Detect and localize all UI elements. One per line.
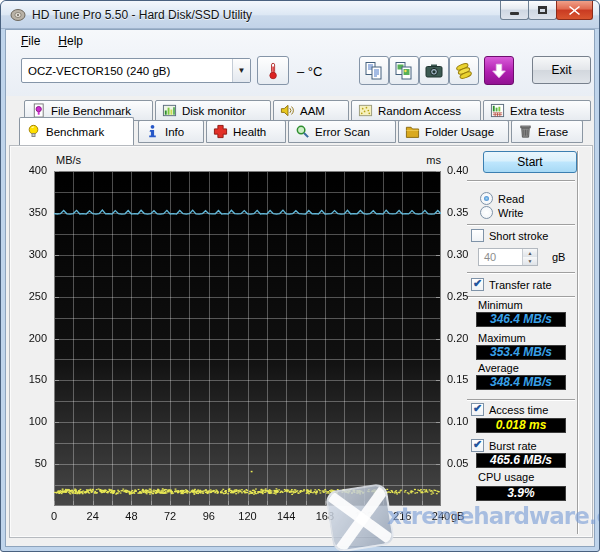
watermark-text: xtremehardware.com <box>387 503 600 529</box>
tab-extra-tests[interactable]: Extra tests <box>483 100 591 121</box>
thermometer-icon <box>264 61 282 81</box>
short-stroke-checkbox[interactable] <box>471 229 484 242</box>
magnifier-icon <box>295 124 310 139</box>
start-button[interactable]: Start <box>483 151 577 173</box>
tab-label: Health <box>233 126 266 138</box>
tab-label: Extra tests <box>510 105 564 117</box>
maximum-label: Maximum <box>478 332 526 344</box>
tab-disk-monitor[interactable]: Disk monitor <box>155 100 271 121</box>
spin-down-icon[interactable]: ▼ <box>523 257 537 265</box>
separator <box>467 224 575 226</box>
export-down-icon <box>490 62 508 80</box>
maximize-icon <box>538 6 547 14</box>
spin-up-icon[interactable]: ▲ <box>523 249 537 257</box>
access-time-checkbox[interactable] <box>471 403 484 416</box>
tab-folder-usage[interactable]: Folder Usage <box>398 120 509 143</box>
tab-label: Benchmark <box>46 126 104 138</box>
access-time-value: 0.018 ms <box>476 418 566 433</box>
menu-bar: File Help <box>6 30 92 51</box>
menu-file[interactable]: File <box>12 31 49 51</box>
benchmark-chart-canvas <box>54 171 441 506</box>
minimize-icon <box>510 12 519 15</box>
watermark-logo <box>325 483 396 552</box>
write-label: Write <box>498 207 523 219</box>
camera-icon <box>424 61 444 81</box>
separator <box>467 180 575 182</box>
trash-icon <box>518 124 533 139</box>
cpu-usage-value: 3.9% <box>476 486 566 501</box>
access-time-label: Access time <box>489 404 548 416</box>
tab-label: Folder Usage <box>425 126 494 138</box>
read-radio[interactable] <box>480 192 493 205</box>
minimum-label: Minimum <box>478 299 523 311</box>
drive-select[interactable]: OCZ-VECTOR150 (240 gB) ▼ <box>21 58 251 83</box>
temperature-button[interactable] <box>257 56 289 85</box>
minimize-button[interactable] <box>500 1 529 20</box>
file-benchmark-icon <box>31 103 46 118</box>
exit-button[interactable]: Exit <box>532 56 591 84</box>
tab-label: Erase <box>538 126 568 138</box>
tab-health[interactable]: Health <box>206 120 286 143</box>
temperature-unit: °C <box>308 64 323 79</box>
short-stroke-stepper[interactable]: 40 ▲ ▼ <box>478 248 538 266</box>
write-radio[interactable] <box>480 206 493 219</box>
burst-rate-checkbox[interactable] <box>471 439 484 452</box>
short-stroke-unit: gB <box>552 251 565 263</box>
watermark-x-icon <box>335 484 390 552</box>
copy-text-button[interactable] <box>359 56 389 85</box>
tab-erase[interactable]: Erase <box>511 120 583 143</box>
transfer-rate-checkbox[interactable] <box>471 278 484 291</box>
disk-monitor-icon <box>162 103 177 118</box>
folder-icon <box>405 124 420 139</box>
tab-benchmark[interactable]: Benchmark <box>19 117 134 145</box>
minimum-value: 346.4 MB/s <box>476 312 566 327</box>
save-results-button[interactable] <box>449 56 479 85</box>
separator <box>467 296 575 298</box>
separator <box>467 399 575 401</box>
tab-label: File Benchmark <box>51 105 131 117</box>
transfer-rate-label: Transfer rate <box>489 279 552 291</box>
copy-image-icon <box>394 61 414 81</box>
close-button[interactable] <box>556 1 593 20</box>
tab-label: Info <box>165 126 184 138</box>
tab-label: Disk monitor <box>182 105 246 117</box>
copy-image-button[interactable] <box>389 56 419 85</box>
maximize-button[interactable] <box>528 1 557 20</box>
extra-tests-icon <box>490 103 505 118</box>
y-left-axis-unit: MB/s <box>56 154 81 166</box>
tab-aam[interactable]: AAM <box>273 100 349 121</box>
average-value: 348.4 MB/s <box>476 375 566 390</box>
info-icon <box>145 124 160 139</box>
temperature-readout: – °C <box>297 64 322 79</box>
health-cross-icon <box>213 124 228 139</box>
export-button[interactable] <box>484 56 514 85</box>
save-results-icon <box>454 61 474 81</box>
hd-tune-window: HD Tune Pro 5.50 - Hard Disk/SSD Utility… <box>0 0 600 552</box>
burst-rate-label: Burst rate <box>489 440 537 452</box>
tab-info[interactable]: Info <box>138 120 204 143</box>
temperature-value: – <box>297 64 304 79</box>
short-stroke-value: 40 <box>479 249 522 265</box>
maximum-value: 353.4 MB/s <box>476 345 566 360</box>
tab-label: Random Access <box>378 105 461 117</box>
panel-separator <box>577 151 579 534</box>
tab-error-scan[interactable]: Error Scan <box>288 120 396 143</box>
hd-tune-disk-icon <box>10 8 26 22</box>
title-bar[interactable]: HD Tune Pro 5.50 - Hard Disk/SSD Utility <box>1 1 599 29</box>
close-icon <box>569 6 580 15</box>
burst-rate-value: 465.6 MB/s <box>476 453 566 468</box>
chevron-down-icon[interactable]: ▼ <box>232 59 250 82</box>
short-stroke-label: Short stroke <box>489 230 548 242</box>
exit-label: Exit <box>551 63 571 77</box>
menu-help[interactable]: Help <box>49 31 92 51</box>
y-right-axis-unit: ms <box>415 154 441 166</box>
screenshot-button[interactable] <box>419 56 449 85</box>
window-title: HD Tune Pro 5.50 - Hard Disk/SSD Utility <box>32 8 252 22</box>
drive-select-value: OCZ-VECTOR150 (240 gB) <box>22 65 232 77</box>
random-access-icon <box>358 103 373 118</box>
tab-label: AAM <box>300 105 325 117</box>
speaker-icon <box>280 103 295 118</box>
read-label: Read <box>498 193 524 205</box>
copy-text-icon <box>364 61 384 81</box>
tab-random-access[interactable]: Random Access <box>351 100 481 121</box>
